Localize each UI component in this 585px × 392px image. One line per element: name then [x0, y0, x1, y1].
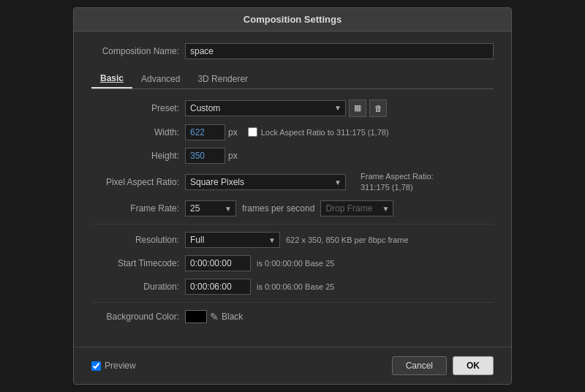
eyedropper-btn[interactable]: ✎ — [210, 311, 219, 323]
dialog-content: Composition Name: Basic Advanced 3D Rend… — [74, 31, 511, 343]
frame-aspect-label: Frame Aspect Ratio: — [361, 172, 434, 181]
footer-buttons: Cancel OK — [392, 356, 494, 375]
width-row: Width: px Lock Aspect Ratio to 311:175 (… — [91, 124, 494, 140]
duration-info: is 0:00:06:00 Base 25 — [257, 282, 334, 291]
duration-input[interactable] — [185, 279, 251, 295]
pixel-aspect-select[interactable]: Square Pixels — [185, 174, 346, 190]
comp-name-label: Composition Name: — [91, 46, 179, 56]
bg-color-label: Background Color: — [91, 312, 179, 322]
width-unit: px — [228, 127, 238, 137]
frame-rate-label: Frame Rate: — [91, 203, 179, 214]
preset-select[interactable]: Custom — [185, 100, 346, 116]
duration-row: Duration: is 0:00:06:00 Base 25 — [91, 279, 494, 295]
resolution-row: Resolution: Full ▼ 622 x 350, 850 KB per… — [91, 232, 494, 248]
drop-frame-select[interactable]: Drop Frame — [320, 200, 393, 216]
background-color-row: Background Color: ✎ Black — [91, 310, 494, 323]
preview-label: Preview — [105, 361, 136, 371]
comp-name-row: Composition Name: — [91, 43, 494, 59]
tabs-bar: Basic Advanced 3D Renderer — [91, 69, 494, 89]
height-unit: px — [228, 151, 238, 161]
preset-select-wrapper: Custom ▼ — [185, 100, 346, 116]
resolution-select[interactable]: Full — [185, 232, 280, 248]
start-timecode-row: Start Timecode: is 0:00:00:00 Base 25 — [91, 255, 494, 271]
frame-rate-unit: frames per second — [242, 203, 314, 214]
frame-rate-select-wrapper: 25 ▼ — [185, 200, 236, 216]
preview-row: Preview — [91, 361, 136, 371]
comp-name-input[interactable] — [185, 43, 494, 59]
dialog-title: Composition Settings — [74, 8, 511, 31]
pixel-aspect-row: Pixel Aspect Ratio: Square Pixels ▼ Fram… — [91, 171, 494, 194]
ok-button[interactable]: OK — [453, 356, 494, 375]
lock-aspect-label: Lock Aspect Ratio to 311:175 (1,78) — [261, 128, 389, 137]
width-label: Width: — [91, 127, 179, 137]
height-input[interactable] — [185, 148, 225, 164]
tab-basic[interactable]: Basic — [91, 69, 132, 88]
frame-rate-row: Frame Rate: 25 ▼ frames per second Drop … — [91, 200, 494, 216]
height-row: Height: px — [91, 148, 494, 164]
bg-color-name: Black — [222, 312, 243, 322]
start-timecode-input[interactable] — [185, 255, 251, 271]
preset-label: Preset: — [91, 103, 179, 113]
composition-settings-dialog: Composition Settings Composition Name: B… — [73, 7, 512, 385]
frame-aspect-info: Frame Aspect Ratio: 311:175 (1,78) — [361, 171, 434, 194]
pixel-aspect-label: Pixel Aspect Ratio: — [91, 177, 179, 187]
width-input[interactable] — [185, 124, 225, 140]
drop-frame-wrapper: Drop Frame ▼ — [314, 200, 393, 216]
resolution-info: 622 x 350, 850 KB per 8bpc frame — [286, 235, 409, 244]
bg-color-swatch[interactable] — [185, 310, 207, 323]
start-timecode-info: is 0:00:00:00 Base 25 — [257, 259, 334, 268]
start-timecode-label: Start Timecode: — [91, 258, 179, 268]
resolution-select-wrapper: Full ▼ — [185, 232, 280, 248]
preview-checkbox[interactable] — [91, 361, 101, 371]
lock-aspect-row: Lock Aspect Ratio to 311:175 (1,78) — [248, 127, 389, 137]
frame-rate-select[interactable]: 25 — [185, 200, 236, 216]
cancel-button[interactable]: Cancel — [392, 356, 447, 375]
preset-delete-btn[interactable]: 🗑 — [369, 99, 387, 117]
height-label: Height: — [91, 151, 179, 161]
duration-label: Duration: — [91, 282, 179, 292]
tab-advanced[interactable]: Advanced — [132, 69, 189, 88]
pixel-aspect-select-wrapper: Square Pixels ▼ — [185, 174, 346, 190]
resolution-label: Resolution: — [91, 235, 179, 245]
dialog-footer: Preview Cancel OK — [74, 347, 511, 384]
lock-aspect-checkbox[interactable] — [248, 127, 257, 137]
preset-row: Preset: Custom ▼ ▦ 🗑 — [91, 99, 494, 117]
frame-aspect-value: 311:175 (1,78) — [361, 183, 413, 192]
preset-copy-btn[interactable]: ▦ — [349, 99, 366, 117]
tab-3d-renderer[interactable]: 3D Renderer — [189, 69, 257, 88]
